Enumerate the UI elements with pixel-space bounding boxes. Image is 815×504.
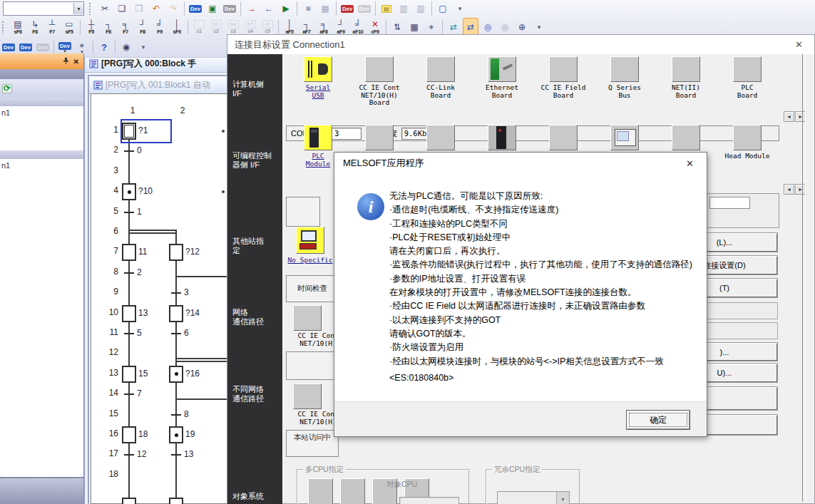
find-icon[interactable]: ◉ — [118, 38, 134, 56]
device-icon — [549, 56, 578, 82]
note-icon[interactable]: ▥ — [396, 0, 411, 18]
device-memory-icon[interactable]: Dev — [357, 0, 372, 18]
help-icon[interactable]: ? — [96, 38, 112, 56]
copy-icon[interactable]: ❏ — [114, 0, 130, 18]
sfc-sc-action-icon[interactable]: SC c2 — [208, 18, 224, 36]
separator — [115, 40, 116, 54]
scroll-left-icon[interactable]: ◂ — [784, 111, 794, 122]
device-icon — [304, 125, 332, 150]
pc-if-serial-usb[interactable]: Serial USB — [287, 56, 349, 107]
sfc-comment-icon[interactable]: c1 — [191, 18, 207, 36]
different-network-icon[interactable] — [293, 384, 322, 409]
collapsed-panel-bar[interactable] — [0, 477, 83, 504]
close-icon[interactable]: ✕ — [73, 58, 79, 66]
error-message-line: ·通信超时(电缆断线、不支持指定传送速度) — [389, 203, 699, 217]
device-icon — [426, 56, 455, 82]
device-icon — [488, 56, 516, 82]
device-icon — [488, 125, 516, 150]
device-icon — [733, 125, 762, 150]
pc-if-cc-ie-cont-board[interactable]: CC IE Cont NET/10(H) Board — [349, 56, 410, 107]
monitor-start-icon[interactable]: ▶ — [278, 0, 294, 18]
separator — [188, 20, 188, 34]
pc-if-plc-board[interactable]: PLC Board — [717, 56, 778, 107]
window-title: [PRG]写入 001:Block1 自动 — [106, 79, 210, 91]
plc-if-head-module[interactable]: Head Module — [717, 125, 778, 168]
device-icon — [426, 125, 455, 150]
dialog-titlebar[interactable]: 连接目标设置 Connection1 ✕ — [227, 35, 814, 54]
device-find-icon[interactable]: Dev — [188, 0, 203, 18]
dialog-section-label: 网络 通信路径 — [232, 308, 282, 326]
device-icon — [610, 125, 639, 150]
panel-divider — [0, 98, 83, 106]
chevron-down-icon[interactable]: ▼ — [73, 3, 83, 14]
network-route-icon[interactable] — [293, 305, 322, 331]
sfc-dummy-step-icon[interactable]: ▭ sF5 — [61, 18, 77, 36]
sfc-simultaneous-divergence-icon[interactable]: ┘ F8 — [135, 18, 150, 36]
redo-icon[interactable]: ↷ — [165, 0, 181, 18]
cpu-slot: 2 — [337, 478, 369, 504]
program-monitor-icon[interactable]: ▣ — [205, 0, 220, 18]
tree-item[interactable]: n1 — [0, 159, 83, 170]
multiple-window-icon[interactable]: ▢ — [435, 0, 451, 18]
device-icon — [733, 56, 762, 82]
error-message-line: ·参数的IP地址设置、打开设置有误 — [389, 272, 699, 286]
device-label: Ethernet Board — [471, 84, 533, 99]
device-comment-icon[interactable]: Dev — [339, 0, 355, 18]
pin-icon[interactable] — [63, 58, 69, 65]
device-label: Q Series Bus — [594, 84, 655, 99]
write-to-plc-icon[interactable]: → — [244, 0, 260, 18]
device-label: CC-Link Board — [410, 84, 471, 99]
sfc-convergence-icon[interactable]: ╛ F9 — [152, 18, 168, 36]
redundant-cpu-group: 冗余CPU指定 ▾ — [486, 469, 580, 504]
statement-icon[interactable]: ▤ — [379, 0, 394, 18]
quick-find-combo[interactable]: ▼ — [3, 1, 84, 16]
device-batch-monitor-icon[interactable]: ▦ — [317, 0, 333, 18]
redundant-cpu-dropdown[interactable]: ▾ — [497, 491, 570, 504]
toolbar-overflow-icon[interactable]: ▾ — [135, 38, 151, 56]
no-specification-icon[interactable] — [296, 227, 324, 254]
dialog-titlebar[interactable]: MELSOFT应用程序 ✕ — [334, 153, 707, 174]
cpu-select-button[interactable] — [308, 478, 333, 504]
error-message-line: ·以太网连接到不支持的GOT — [389, 314, 699, 327]
sfc-vertical-line-icon[interactable]: │ sF9 — [169, 18, 185, 36]
sfc-jump-icon[interactable]: ↳ F8 — [27, 18, 43, 36]
tree-item[interactable]: n1 — [0, 106, 83, 117]
device-label: PLC Board — [717, 84, 778, 99]
ok-button[interactable]: 确定 — [626, 410, 690, 430]
sfc-step-attribute-icon[interactable]: ▤ sF6 — [10, 18, 26, 36]
target-cpu-field[interactable] — [399, 497, 459, 504]
pc-if-q-series-bus[interactable]: Q Series Bus — [594, 56, 655, 107]
undo-icon[interactable]: ↶ — [148, 0, 164, 18]
sfc-series-transition-icon[interactable]: ┐ F6 — [101, 18, 116, 36]
toolbar-overflow-icon[interactable]: ▾ — [452, 0, 468, 18]
close-icon[interactable]: ✕ — [682, 158, 698, 169]
device-label: CC IE Cont NET/10(H) Board — [349, 84, 410, 107]
paste-icon[interactable]: ❐ — [131, 0, 147, 18]
pc-if-net2-board[interactable]: NET(II) Board — [655, 56, 717, 107]
pc-if-ethernet-board[interactable]: Ethernet Board — [471, 56, 533, 107]
chevron-down-icon[interactable]: ▾ — [556, 492, 569, 504]
cut-icon[interactable]: ✂ — [97, 0, 113, 18]
close-icon[interactable]: ✕ — [791, 39, 807, 50]
sfc-end-step-icon[interactable]: ┴ F7 — [44, 18, 60, 36]
dialog-edge — [802, 54, 806, 502]
cpu-select-button[interactable] — [340, 478, 365, 504]
refresh-icon[interactable]: ⟳ — [2, 84, 12, 93]
pc-if-cc-ie-field-board[interactable]: CC IE Field Board — [533, 56, 594, 107]
multi-cpu-legend: 多CPU指定 — [303, 465, 346, 475]
monitor-stop-icon[interactable]: ■ — [300, 0, 316, 18]
station-number-field[interactable] — [709, 197, 750, 209]
sfc-selection-divergence-icon[interactable]: ╕ F7 — [118, 18, 133, 36]
own-station-box: 本站访问中 — [286, 430, 339, 457]
program-icon — [89, 59, 98, 68]
device-replace-icon[interactable]: Dev — [222, 0, 237, 18]
read-from-plc-icon[interactable]: ← — [261, 0, 277, 18]
error-code: <ES:0180840b> — [389, 373, 453, 383]
note-batch-icon[interactable]: ▥ — [413, 0, 429, 18]
docked-navigation-panel: ✕ ⟳ n1 n1 — [0, 53, 84, 504]
panel-header[interactable]: ✕ — [0, 53, 83, 69]
sfc-step-icon[interactable]: ┼ F5 — [83, 18, 99, 36]
scroll-left-icon[interactable]: ◂ — [784, 184, 794, 195]
pc-if-cclink-board[interactable]: CC-Link Board — [410, 56, 471, 107]
separator — [386, 20, 386, 34]
